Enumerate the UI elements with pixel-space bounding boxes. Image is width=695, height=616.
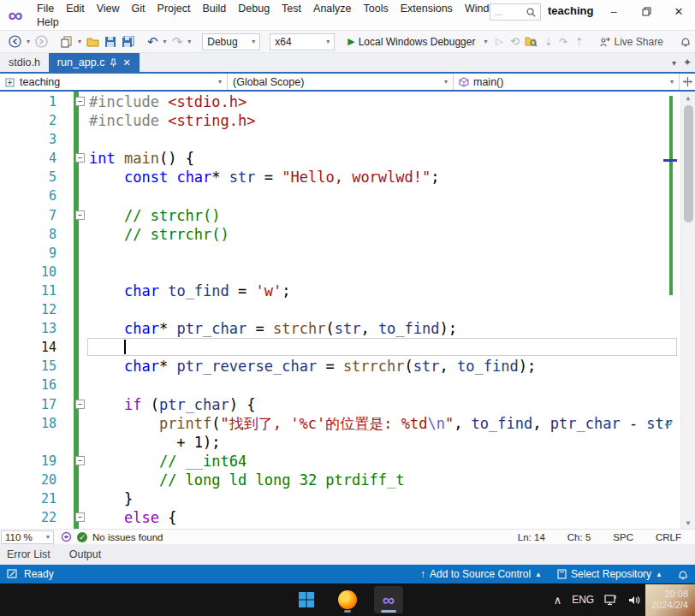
tab-stdio-h[interactable]: stdio.h [0, 53, 49, 72]
fold-toggle-icon[interactable]: − [75, 97, 85, 106]
code-line[interactable]: 8 // strrchr() [0, 225, 680, 244]
menu-build[interactable]: Build [196, 3, 232, 15]
menu-help[interactable]: Help [31, 16, 65, 28]
menu-extensions[interactable]: Extensions [395, 3, 459, 15]
fold-toggle-icon[interactable]: − [75, 400, 85, 409]
menu-analyze[interactable]: Analyze [307, 3, 357, 15]
language-indicator[interactable]: ENG [572, 594, 594, 606]
speaker-icon[interactable] [628, 595, 641, 606]
menu-tools[interactable]: Tools [358, 3, 395, 15]
menu-test[interactable]: Test [276, 3, 307, 15]
document-health-indicator[interactable]: ✓ No issues found [61, 531, 163, 542]
scrollbar-thumb[interactable] [684, 105, 693, 222]
column-indicator[interactable]: Ch: 5 [567, 532, 591, 542]
close-button[interactable]: ✕ [662, 0, 695, 22]
menu-view[interactable]: View [91, 3, 126, 15]
line-ending-indicator[interactable]: CRLF [656, 532, 681, 542]
indentation-indicator[interactable]: SPC [613, 532, 633, 542]
minimize-button[interactable]: – [597, 0, 630, 22]
back-dropdown[interactable]: ▾ [25, 33, 32, 50]
line-indicator[interactable]: Ln: 14 [518, 532, 545, 542]
code-line[interactable]: 16 [0, 376, 680, 394]
code-line[interactable]: 17− if (ptr_char) { [0, 395, 680, 414]
step-into-icon[interactable]: ⇣ [541, 33, 555, 50]
code-line[interactable]: 15 char* ptr_reverse_char = strrchr(str,… [0, 357, 680, 376]
code-line[interactable]: 21 } [0, 489, 680, 508]
code-line[interactable]: 7− // strchr() [0, 206, 680, 225]
add-to-source-control-button[interactable]: ↑ Add to Source Control ▲ [420, 568, 542, 580]
firefox-taskbar-button[interactable] [333, 586, 362, 613]
scrollbar-up-button[interactable]: ▲ [681, 92, 695, 104]
menu-debug[interactable]: Debug [232, 3, 276, 15]
find-in-files-button[interactable] [523, 33, 539, 50]
step-out-icon[interactable]: ⇡ [572, 33, 585, 50]
scrollbar-down-button[interactable]: ▼ [681, 517, 695, 529]
member-dropdown[interactable]: main() ▾ [454, 74, 680, 90]
code-line[interactable]: 11 char to_find = 'w'; [0, 281, 680, 300]
code-line[interactable]: 19− // __int64 [0, 452, 680, 471]
step-over-icon[interactable]: ↷ [556, 33, 570, 50]
code-line[interactable]: 14 [0, 338, 680, 357]
menu-edit[interactable]: Edit [60, 3, 91, 15]
code-line[interactable]: 12 [0, 300, 680, 319]
hot-reload-icon[interactable]: ⟲ [508, 33, 521, 50]
close-tab-icon[interactable]: ✕ [122, 57, 130, 68]
save-all-button[interactable] [120, 33, 136, 50]
solution-platform-dropdown[interactable]: x64▾ [270, 33, 335, 50]
menu-project[interactable]: Project [151, 3, 197, 15]
visual-studio-taskbar-button[interactable]: ∞ [374, 586, 403, 613]
open-file-button[interactable] [85, 33, 101, 50]
fold-toggle-icon[interactable]: − [75, 512, 85, 522]
code-editor[interactable]: 1−#include <stdio.h>2#include <string.h>… [0, 92, 695, 529]
code-line[interactable]: 20 // long ld long 32 ptrdiff_t [0, 471, 680, 489]
menu-git[interactable]: Git [126, 3, 151, 15]
code-line[interactable]: 13 char* ptr_char = strchr(str, to_find)… [0, 319, 680, 338]
fold-toggle-icon[interactable]: − [75, 153, 85, 163]
undo-dropdown[interactable]: ▾ [162, 33, 169, 50]
scope-dropdown[interactable]: (Global Scope) ▾ [228, 74, 454, 90]
save-button[interactable] [103, 33, 118, 50]
redo-button[interactable]: ↷ [170, 33, 185, 50]
code-line[interactable]: 6 [0, 187, 680, 205]
project-dropdown[interactable]: teaching ▾ [0, 74, 228, 90]
fold-toggle-icon[interactable]: − [75, 456, 85, 465]
code-line[interactable]: 4−int main() { [0, 149, 680, 168]
feedback-button[interactable] [679, 33, 692, 50]
code-line[interactable]: 10 [0, 263, 680, 281]
restore-button[interactable] [630, 0, 662, 22]
code-line[interactable]: 2#include <string.h> [0, 111, 680, 130]
search-box[interactable]: ... [490, 3, 541, 21]
live-share-button[interactable]: Live Share [599, 36, 662, 48]
code-line[interactable]: 3 [0, 130, 680, 149]
start-without-debugging-button[interactable]: ▷ [492, 33, 506, 50]
new-item-dropdown[interactable]: ▾ [76, 33, 83, 50]
taskbar-chevron-up-icon[interactable]: ∧ [554, 594, 562, 607]
code-wrap-row[interactable]: + 1); [0, 433, 680, 452]
start-debugging-button[interactable]: ▶ Local Windows Debugger ▾ [344, 33, 490, 50]
code-line[interactable]: 18 printf("找到了, '%c'的位置是: %td\n", to_fin… [0, 414, 680, 433]
split-window-icon[interactable] [680, 74, 695, 90]
tab-run-app-c[interactable]: run_app.c ✕ [49, 53, 140, 72]
fold-toggle-icon[interactable]: − [75, 210, 85, 220]
network-icon[interactable] [604, 594, 618, 606]
code-line[interactable]: 5 const char* str = "Hello, worwlwd!"; [0, 168, 680, 187]
redo-dropdown[interactable]: ▾ [186, 33, 193, 50]
tab-error-list[interactable]: Error List [7, 548, 50, 560]
vertical-scrollbar[interactable]: ▲ ▼ [680, 92, 695, 529]
menu-file[interactable]: File [31, 3, 60, 15]
tab-list-dropdown-icon[interactable]: ▾ [672, 58, 676, 68]
code-line[interactable]: 9 [0, 244, 680, 263]
undo-button[interactable]: ↶ [146, 33, 160, 50]
pin-icon[interactable] [110, 58, 117, 67]
solution-configuration-dropdown[interactable]: Debug▾ [202, 33, 260, 50]
code-line[interactable]: 22− else { [0, 508, 680, 527]
start-button[interactable] [292, 586, 321, 613]
notification-bell-icon[interactable] [678, 569, 688, 580]
navigate-forward-button[interactable] [33, 33, 50, 50]
tab-output[interactable]: Output [69, 548, 102, 560]
tab-options-icon[interactable]: ✦ [683, 56, 692, 68]
zoom-dropdown[interactable]: 110 % ▾ [1, 530, 54, 544]
new-item-button[interactable] [59, 33, 74, 50]
code-line[interactable]: 1−#include <stdio.h> [0, 92, 680, 111]
select-repository-button[interactable]: Select Repository ▲ [557, 568, 662, 580]
